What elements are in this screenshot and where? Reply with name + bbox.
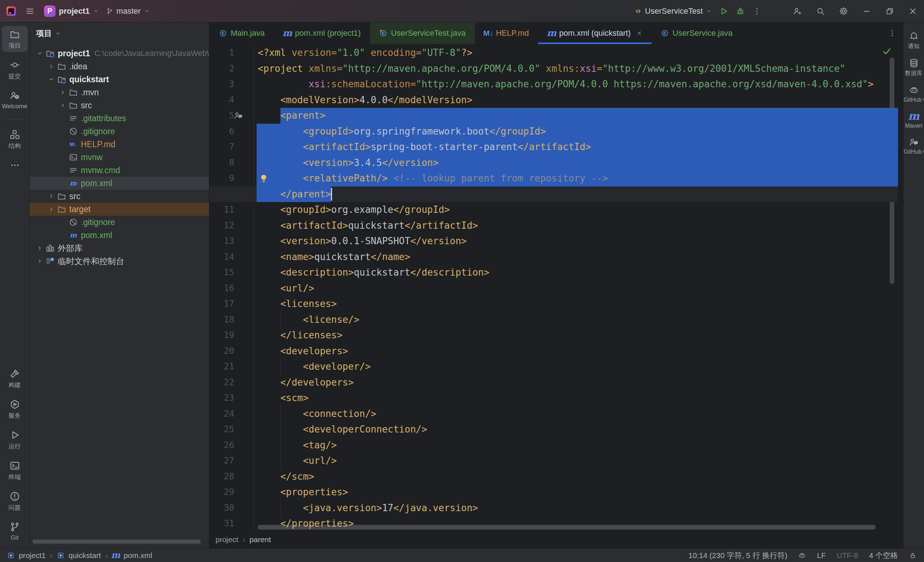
activitybar-item-terminal[interactable]: 终端 [2,457,28,483]
tree-row[interactable]: quickstart [30,73,209,86]
tree-row[interactable]: .gitignore [30,125,209,138]
project-panel-header[interactable]: 项目 [30,22,209,40]
status-widget-caret-position[interactable]: 10:14 (230 字符, 5 行 换行符) [688,550,787,561]
tree-row[interactable]: target [30,203,209,216]
vcs-branch-widget[interactable]: master [102,4,153,18]
chevron-down-icon[interactable] [36,50,44,57]
line-number: 26 [210,438,254,453]
main-menu-icon[interactable] [25,6,34,16]
tree-row[interactable]: .gitattributes [30,112,209,125]
lightbulb-icon[interactable] [258,173,269,184]
status-widget-encoding[interactable]: UTF-8 [837,551,858,560]
activitybar-item-build[interactable]: 构建 [2,365,28,392]
tree-row[interactable]: 临时文件和控制台 [30,255,209,268]
chevron-spacer [59,140,66,148]
code-line-text: </scm> [254,469,898,485]
project-switcher[interactable]: P project1 [40,3,102,19]
commit-icon [9,60,20,70]
editor-tab[interactable]: mpom.xml (project1) [274,22,370,44]
folder-icon [57,62,66,71]
code-line: <properties> [254,484,898,500]
chevron-right-icon[interactable] [59,102,66,109]
activitybar-item-github-copilot[interactable]: GitHub Co [903,85,924,103]
project-panel-hscrollbar[interactable] [33,540,201,544]
tree-row[interactable]: .idea [30,60,209,73]
editor-tab[interactable]: mpom.xml (quickstart) [538,22,651,44]
activitybar-item-project[interactable]: 项目 [2,26,28,52]
activitybar-item-problems[interactable]: 问题 [2,488,28,514]
status-widget-indent[interactable]: 4 个空格 [869,550,898,561]
copilot-icon[interactable] [798,552,806,559]
code-line: </parent> [254,187,898,202]
activitybar-item-notifications[interactable]: 通知 [903,31,924,50]
chevron-right-icon[interactable] [36,245,44,252]
line-number: 17 [210,296,254,312]
chevron-right-icon[interactable] [48,206,55,213]
activitybar-item-welcome[interactable]: ?Welcome [2,87,28,112]
chevron-right-icon[interactable] [48,63,55,70]
breadcrumb-item[interactable]: parent [249,535,271,544]
activitybar-item-structure[interactable]: 结构 [2,126,28,152]
tree-row[interactable]: 外部库 [30,242,209,255]
activitybar-item-git[interactable]: Git [2,519,28,544]
svg-text:C: C [222,31,225,35]
code-line: </properties> [254,516,898,532]
chevron-down-icon[interactable] [48,76,55,83]
debug-button[interactable] [736,6,745,16]
activitybar-item-github-copilot-chat[interactable]: GitHub Co [903,137,924,155]
code-line: <developerConnection/> [254,422,898,438]
tab-label: UserServiceTest.java [391,28,466,38]
code-line-text: <developers> [254,344,898,359]
status-widget-line-separator[interactable]: LF [817,551,826,560]
editor-tab[interactable]: CUserServiceTest.java [370,22,475,44]
tree-row[interactable]: mvnw [30,151,209,164]
editor-tab[interactable]: CMain.java [210,22,274,44]
tree-row[interactable]: M↓HELP.md [30,138,209,151]
close-icon[interactable] [636,30,642,36]
activitybar-item-more-tools[interactable] [2,157,28,175]
status-path-item[interactable]: project1 [7,551,46,560]
window-minimize-icon[interactable] [862,6,871,16]
editor-tab[interactable]: CUserService.java [651,22,742,44]
activitybar-item-database[interactable]: 数据库 [903,58,924,77]
editor-tab[interactable]: M↓HELP.md [475,22,538,44]
tree-row[interactable]: .mvn [30,86,209,99]
branch-name: master [117,6,141,16]
tree-row[interactable]: mpom.xml [30,177,209,190]
run-config-selector[interactable]: UserServiceTest [631,4,716,18]
more-actions-icon[interactable] [752,6,762,16]
settings-gear-icon[interactable] [839,6,848,16]
status-path-item[interactable]: quickstart [57,551,101,560]
tree-item-label: 临时文件和控制台 [58,256,124,267]
activitybar-item-commit[interactable]: 提交 [2,57,28,82]
tree-row[interactable]: src [30,190,209,203]
code-editor[interactable]: <?xml version="1.0" encoding="UTF-8"?><p… [254,44,898,532]
code-line-text: <url/> [254,281,898,296]
activitybar-item-run[interactable]: 运行 [2,427,28,453]
tree-row[interactable]: src [30,99,209,112]
breadcrumb-item[interactable]: project [216,535,238,544]
run-button[interactable] [719,6,728,16]
add-user-icon[interactable] [793,6,802,16]
line-number: 31 [210,516,254,532]
code-line-text: <artifactId>quickstart</artifactId> [254,218,898,234]
window-restore-icon[interactable] [885,6,894,16]
tree-row[interactable]: .gitignore [30,216,209,229]
copilot-chat-icon[interactable] [234,111,243,121]
search-everywhere-icon[interactable] [816,6,825,16]
chevron-right-icon[interactable] [36,257,44,265]
activitybar-item-services[interactable]: 服务 [2,396,28,422]
chevron-right-icon[interactable] [59,89,66,96]
tab-list-icon[interactable] [888,29,897,37]
unlock-icon[interactable] [909,552,917,559]
services-icon [9,399,20,410]
chevron-right-icon[interactable] [48,193,55,200]
code-line-text: <connection/> [254,406,898,422]
tree-row[interactable]: mpom.xml [30,229,209,242]
status-path-item[interactable]: mpom.xml [112,551,152,560]
left-tool-window-stripe: 项目提交?Welcome结构构建服务运行终端问题Git [0,22,30,548]
window-close-icon[interactable] [908,6,918,16]
activitybar-item-maven[interactable]: mMaven [903,111,924,129]
tree-row[interactable]: project1C:\code\JavaLearning\JavaWeb\pro… [30,47,209,60]
tree-row[interactable]: mvnw.cmd [30,164,209,177]
